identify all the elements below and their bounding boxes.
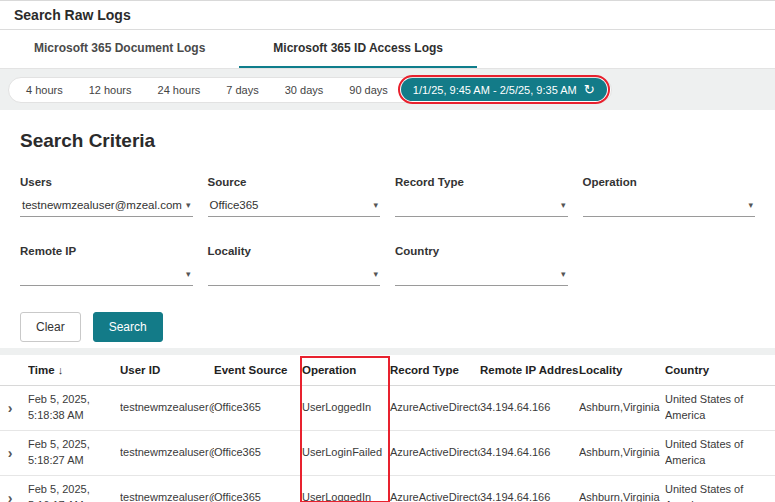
cell-locality: Ashburn,Virginia — [579, 475, 665, 502]
time-filter-24-hours[interactable]: 24 hours — [145, 80, 214, 100]
users-label: Users — [20, 176, 193, 188]
field-country: Country ▾ — [395, 245, 568, 286]
tab-document-logs[interactable]: Microsoft 365 Document Logs — [0, 30, 239, 68]
chevron-down-icon: ▾ — [561, 200, 566, 210]
cell-operation: UserLoggedIn — [302, 386, 390, 431]
cell-record-type: AzureActiveDirectorySts — [390, 475, 480, 502]
cell-operation: UserLoginFailed — [302, 430, 390, 475]
expand-row-icon[interactable]: › — [8, 398, 13, 418]
expand-column-header — [0, 355, 28, 386]
time-filter-30-days[interactable]: 30 days — [272, 80, 337, 100]
tab-id-access-logs[interactable]: Microsoft 365 ID Access Logs — [239, 30, 477, 68]
field-locality: Locality ▾ — [208, 245, 381, 286]
operation-select[interactable]: ▾ — [583, 197, 756, 217]
clear-button[interactable]: Clear — [20, 312, 81, 342]
table-row[interactable]: › Feb 5, 2025, 5:18:27 AM testnewmzealus… — [0, 430, 775, 475]
column-header-country[interactable]: Country — [665, 355, 775, 386]
chevron-down-icon: ▾ — [561, 269, 566, 279]
field-users: Users testnewmzealuser@mzeal.com ▾ — [20, 176, 193, 217]
table-row[interactable]: › Feb 5, 2025, 5:16:17 AM testnewmzealus… — [0, 475, 775, 502]
chevron-down-icon: ▾ — [186, 200, 191, 210]
locality-label: Locality — [208, 245, 381, 257]
column-header-time[interactable]: Time↓ — [28, 355, 120, 386]
cell-operation: UserLoggedIn — [302, 475, 390, 502]
cell-country: United States of America — [665, 386, 775, 431]
column-header-event-source[interactable]: Event Source — [214, 355, 302, 386]
cell-country: United States of America — [665, 475, 775, 502]
cell-remote-ip: 34.194.64.166 — [480, 475, 579, 502]
chevron-down-icon: ▾ — [373, 200, 378, 210]
cell-user-id: testnewmzealuser@mze — [120, 386, 214, 431]
expand-row-icon[interactable]: › — [8, 488, 13, 502]
criteria-actions: Clear Search — [20, 312, 755, 342]
remote-ip-label: Remote IP — [20, 245, 193, 257]
time-filter-7-days[interactable]: 7 days — [213, 80, 271, 100]
column-header-operation[interactable]: Operation — [302, 355, 390, 386]
time-filter-12-hours[interactable]: 12 hours — [76, 80, 145, 100]
search-button[interactable]: Search — [93, 312, 163, 342]
column-header-user-id[interactable]: User ID — [120, 355, 214, 386]
cell-user-id: testnewmzealuser@mze — [120, 475, 214, 502]
cell-record-type: AzureActiveDirectorySts — [390, 386, 480, 431]
criteria-fields: Users testnewmzealuser@mzeal.com ▾ Sourc… — [20, 176, 755, 286]
chevron-down-icon: ▾ — [373, 269, 378, 279]
cell-event-source: Office365 — [214, 430, 302, 475]
cell-time: Feb 5, 2025, 5:18:27 AM — [28, 430, 120, 475]
time-filter-4-hours[interactable]: 4 hours — [13, 80, 76, 100]
country-label: Country — [395, 245, 568, 257]
results-table-container: Time↓ User ID Event Source Operation Rec… — [0, 355, 775, 502]
cell-event-source: Office365 — [214, 475, 302, 502]
source-label: Source — [208, 176, 381, 188]
section-divider — [0, 348, 775, 355]
time-filter-bar: 4 hours 12 hours 24 hours 7 days 30 days… — [0, 69, 775, 110]
page-title: Search Raw Logs — [14, 7, 131, 23]
time-filter-group: 4 hours 12 hours 24 hours 7 days 30 days… — [8, 77, 612, 103]
search-criteria-section: Search Criteria Users testnewmzealuser@m… — [0, 110, 775, 348]
results-table: Time↓ User ID Event Source Operation Rec… — [0, 355, 775, 502]
page-header: Search Raw Logs — [0, 1, 775, 30]
cell-remote-ip: 34.194.64.166 — [480, 386, 579, 431]
refresh-icon[interactable]: ↻ — [584, 83, 595, 96]
cell-time: Feb 5, 2025, 5:18:38 AM — [28, 386, 120, 431]
users-select[interactable]: testnewmzealuser@mzeal.com ▾ — [20, 197, 193, 217]
remote-ip-select[interactable]: ▾ — [20, 266, 193, 286]
search-criteria-heading: Search Criteria — [20, 130, 755, 152]
tab-bar: Microsoft 365 Document Logs Microsoft 36… — [0, 30, 775, 69]
operation-label: Operation — [583, 176, 756, 188]
cell-remote-ip: 34.194.64.166 — [480, 430, 579, 475]
source-select[interactable]: Office365 ▾ — [208, 197, 381, 217]
column-header-locality[interactable]: Locality — [579, 355, 665, 386]
cell-record-type: AzureActiveDirectorySts — [390, 430, 480, 475]
sort-desc-icon: ↓ — [58, 364, 64, 376]
cell-country: United States of America — [665, 430, 775, 475]
cell-locality: Ashburn,Virginia — [579, 386, 665, 431]
record-type-select[interactable]: ▾ — [395, 197, 568, 217]
field-remote-ip: Remote IP ▾ — [20, 245, 193, 286]
table-header-row: Time↓ User ID Event Source Operation Rec… — [0, 355, 775, 386]
custom-date-range-label: 1/1/25, 9:45 AM - 2/5/25, 9:35 AM — [413, 84, 577, 96]
search-raw-logs-page: Search Raw Logs Microsoft 365 Document L… — [0, 1, 775, 502]
users-value: testnewmzealuser@mzeal.com — [22, 199, 182, 211]
table-row[interactable]: › Feb 5, 2025, 5:18:38 AM testnewmzealus… — [0, 386, 775, 431]
custom-date-range-button[interactable]: 1/1/25, 9:45 AM - 2/5/25, 9:35 AM ↻ — [401, 78, 607, 101]
time-filter-90-days[interactable]: 90 days — [336, 80, 401, 100]
locality-select[interactable]: ▾ — [208, 266, 381, 286]
cell-locality: Ashburn,Virginia — [579, 430, 665, 475]
cell-user-id: testnewmzealuser@mze — [120, 430, 214, 475]
expand-row-icon[interactable]: › — [8, 443, 13, 463]
cell-time: Feb 5, 2025, 5:16:17 AM — [28, 475, 120, 502]
field-source: Source Office365 ▾ — [208, 176, 381, 217]
column-header-remote-ip[interactable]: Remote IP Address — [480, 355, 579, 386]
source-value: Office365 — [210, 199, 259, 211]
field-record-type: Record Type ▾ — [395, 176, 568, 217]
chevron-down-icon: ▾ — [186, 269, 191, 279]
field-operation: Operation ▾ — [583, 176, 756, 217]
chevron-down-icon: ▾ — [748, 200, 753, 210]
country-select[interactable]: ▾ — [395, 266, 568, 286]
cell-event-source: Office365 — [214, 386, 302, 431]
column-header-record-type[interactable]: Record Type — [390, 355, 480, 386]
record-type-label: Record Type — [395, 176, 568, 188]
